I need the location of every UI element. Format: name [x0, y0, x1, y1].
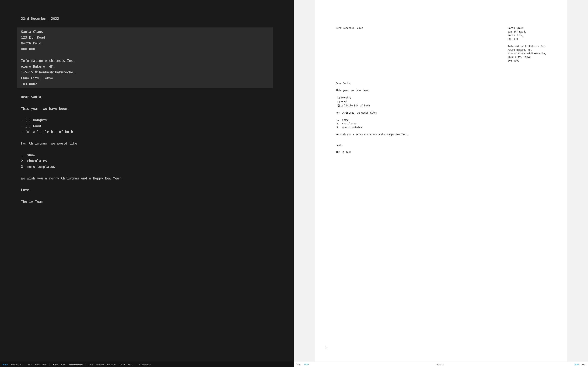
separator	[571, 363, 571, 366]
preview-web-button[interactable]: Web	[296, 363, 301, 366]
editor-checklist-line[interactable]: - [ ] Naughty	[21, 117, 273, 123]
list-item: 3. more templates	[337, 125, 546, 129]
editor-address-block[interactable]: Santa Claus 123 Elf Road, North Pole, H0…	[17, 27, 273, 88]
checklist-label: Good	[341, 100, 347, 103]
chevron-updown-icon: ⇅	[442, 364, 444, 366]
editor-sender-building[interactable]: Azuro Bakuro, 4F,	[21, 64, 273, 69]
preview-closing-line: We wish you a merry Christmas and a Happ…	[336, 133, 546, 136]
blank-line	[21, 193, 273, 199]
list-item: A little bit of both	[337, 104, 546, 108]
wish-label: snow	[342, 118, 348, 121]
chevron-updown-icon: ⇅	[31, 364, 32, 366]
table-button[interactable]: Table	[119, 363, 125, 366]
blank-line	[21, 111, 273, 117]
italic-button[interactable]: Italic	[61, 363, 66, 366]
footnote-button[interactable]: Footnote	[107, 363, 116, 366]
blank-line	[21, 52, 273, 58]
letterhead: 23rd December, 2022 Santa Claus 123 Elf …	[336, 26, 546, 66]
preview-pdf-button[interactable]: PDF	[304, 363, 309, 366]
editor-checklist-line[interactable]: - [x] A little bit of both	[21, 129, 273, 135]
letterhead-address-col: Santa Claus 123 Elf Road, North Pole, H0…	[508, 26, 546, 66]
preview-toolbar: Web PDF Letter ⇅ Split Full	[294, 362, 588, 367]
editor-sender-street[interactable]: 1-5-15 Nihonbashibakurocho,	[21, 69, 273, 75]
wikilink-button[interactable]: Wikilink	[96, 363, 104, 366]
preview-sender-street: 1-5-15 Nihonbashibakurocho,	[508, 52, 546, 55]
style-heading-button[interactable]: Heading 1⇅	[11, 363, 23, 366]
editor-ordered-line[interactable]: 1. snow	[21, 152, 273, 158]
word-count-label: 41 Words	[139, 363, 149, 366]
blank-line	[21, 181, 273, 187]
editor-recipient-postcode[interactable]: H0H 0H0	[21, 46, 273, 52]
list-item: 2. chocolates	[337, 122, 546, 125]
word-count-button[interactable]: 41 Words⇅	[139, 363, 151, 366]
split-view: 23rd December, 2022 Santa Claus 123 Elf …	[0, 0, 588, 362]
editor-toolbar: Body Heading 1⇅ List⇅ Blockquote Bold It…	[0, 362, 294, 367]
paper-size-label: Letter	[436, 363, 442, 366]
preview-lead-in: This year, we have been:	[336, 89, 546, 92]
editor-ordered-line[interactable]: 3. more templates	[21, 164, 273, 169]
separator	[50, 363, 50, 366]
preview-sender-block: Information Architects Inc. Azuro Bakuro…	[508, 44, 546, 63]
preview-salutation: Dear Santa,	[336, 82, 546, 85]
preview-wishes: 1. snow 2. chocolates 3. more templates	[336, 118, 546, 129]
toc-button[interactable]: TOC	[128, 363, 133, 366]
list-label: List	[26, 363, 30, 366]
separator	[136, 363, 136, 366]
style-body-button[interactable]: Body	[2, 363, 8, 366]
editor-closing-line[interactable]: We wish you a merry Christmas and a Happ…	[21, 175, 273, 181]
list-item: 1. snow	[337, 118, 546, 122]
wish-label: more templates	[342, 126, 362, 129]
editor-ordered-line[interactable]: 2. chocolates	[21, 158, 273, 164]
spacer	[336, 75, 546, 82]
editor-date[interactable]: 23rd December, 2022	[21, 16, 273, 22]
preview-recipient-street: 123 Elf Road,	[508, 30, 546, 33]
editor-sender-name[interactable]: Information Architects Inc.	[21, 58, 273, 64]
layout-split-button[interactable]: Split	[574, 363, 579, 366]
paper-size-button[interactable]: Letter ⇅	[436, 363, 444, 366]
blank-line	[21, 100, 273, 106]
editor-lead-in[interactable]: This year, we have been:	[21, 106, 273, 111]
style-blockquote-button[interactable]: Blockquote	[35, 363, 46, 366]
link-button[interactable]: Link	[89, 363, 93, 366]
chevron-updown-icon: ⇅	[22, 364, 23, 366]
block-style-group: Body Heading 1⇅ List⇅ Blockquote	[2, 363, 46, 366]
editor-signoff[interactable]: Love,	[21, 187, 273, 193]
checklist-label: A little bit of both	[341, 104, 370, 108]
checklist-label: Naughty	[341, 96, 351, 100]
spacer	[336, 140, 546, 143]
editor-pane[interactable]: 23rd December, 2022 Santa Claus 123 Elf …	[0, 0, 294, 362]
blank-line	[21, 88, 273, 94]
editor-checklist-line[interactable]: - [ ] Good	[21, 123, 273, 129]
editor-sender-city[interactable]: Chuo City, Tokyo	[21, 75, 273, 81]
preview-sender-name: Information Architects Inc.	[508, 44, 546, 48]
preview-recipient-city: North Pole,	[508, 33, 546, 37]
layout-full-button[interactable]: Full	[582, 363, 586, 366]
preview-sender-city: Chuo City, Tokyo	[508, 55, 546, 59]
insert-group: Link Wikilink Footnote Table TOC	[89, 363, 133, 366]
preview-recipient-name: Santa Claus	[508, 26, 546, 30]
editor-recipient-city[interactable]: North Pole,	[21, 40, 273, 46]
chevron-updown-icon: ⇅	[149, 364, 151, 366]
editor-wish-lead-in[interactable]: For Christmas, we would like:	[21, 141, 273, 146]
editor-salutation[interactable]: Dear Santa,	[21, 94, 273, 100]
style-list-button[interactable]: List⇅	[26, 363, 32, 366]
editor-recipient-street[interactable]: 123 Elf Road,	[21, 35, 273, 40]
wish-label: chocolates	[342, 122, 356, 125]
bold-button[interactable]: Bold	[53, 363, 58, 366]
separator	[86, 363, 86, 366]
checkbox-unchecked-icon	[337, 97, 340, 99]
editor-signature[interactable]: The iA Team	[21, 199, 273, 204]
preview-page: 23rd December, 2022 Santa Claus 123 Elf …	[315, 0, 568, 362]
page-number: 1	[325, 346, 327, 350]
preview-pane[interactable]: 23rd December, 2022 Santa Claus 123 Elf …	[294, 0, 588, 362]
blank-line	[21, 22, 273, 27]
strikethrough-button[interactable]: Strikethrough	[69, 363, 82, 366]
letterhead-date-col: 23rd December, 2022	[336, 26, 508, 66]
inline-style-group: Bold Italic Strikethrough	[53, 363, 82, 366]
preview-recipient-block: Santa Claus 123 Elf Road, North Pole, H0…	[508, 26, 546, 41]
blank-line	[21, 170, 273, 175]
blank-line	[21, 146, 273, 152]
blank-line	[21, 135, 273, 141]
editor-recipient-name[interactable]: Santa Claus	[21, 29, 273, 35]
editor-sender-postcode[interactable]: 103-0002	[21, 81, 273, 87]
